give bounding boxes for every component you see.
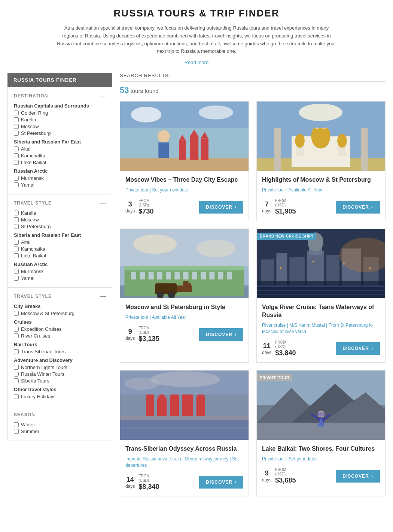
checkbox-input[interactable] bbox=[14, 124, 19, 129]
checkbox-item[interactable]: Yamal bbox=[14, 275, 106, 281]
collapse-icon[interactable]: — bbox=[100, 93, 106, 99]
checkbox-input[interactable] bbox=[14, 311, 19, 316]
tour-days: 11 days bbox=[262, 342, 271, 355]
read-more-link[interactable]: Read more bbox=[185, 60, 208, 65]
sidebar: RUSSIA TOURS FINDER DESTINATION — Russia… bbox=[7, 73, 112, 496]
collapse-icon[interactable]: — bbox=[100, 200, 106, 206]
checkbox-input[interactable] bbox=[14, 211, 19, 215]
checkbox-item[interactable]: Russia Winter Tours bbox=[14, 371, 106, 377]
results-area: SEARCH RESULTS: 53 tours found Moscow Vi… bbox=[120, 73, 386, 496]
checkbox-item[interactable]: St Petersburg bbox=[14, 130, 106, 136]
checkbox-label: Murmansk bbox=[21, 175, 44, 181]
checkbox-item[interactable]: Summer bbox=[14, 429, 106, 434]
checkbox-input[interactable] bbox=[14, 349, 19, 354]
discover-label: DISCOVER bbox=[206, 332, 232, 337]
checkbox-item[interactable]: River Cruises bbox=[14, 333, 106, 339]
checkbox-input[interactable] bbox=[14, 217, 19, 222]
section-title: TRAVEL STYLE bbox=[14, 200, 52, 206]
tour-title: Moscow Vibes – Three Day City Escape bbox=[125, 176, 243, 184]
checkbox-input[interactable] bbox=[14, 160, 19, 165]
checkbox-item[interactable]: Siberia Tours bbox=[14, 378, 106, 384]
checkbox-item[interactable]: Kamchatka bbox=[14, 153, 106, 158]
checkbox-item[interactable]: Murmansk bbox=[14, 175, 106, 181]
tours-count: 53 bbox=[120, 85, 129, 95]
svg-rect-65 bbox=[257, 290, 385, 291]
svg-point-89 bbox=[150, 371, 220, 387]
checkbox-item[interactable]: Northern Lights Tours bbox=[14, 365, 106, 370]
checkbox-input[interactable] bbox=[14, 394, 19, 399]
tour-days: 9 days bbox=[125, 328, 135, 341]
tour-price: $8,340 bbox=[138, 483, 159, 491]
checkbox-input[interactable] bbox=[14, 327, 19, 332]
tour-image bbox=[120, 229, 249, 298]
checkbox-input[interactable] bbox=[14, 422, 19, 427]
checkbox-input[interactable] bbox=[14, 111, 19, 115]
checkbox-item[interactable]: Lake Baikal bbox=[14, 253, 106, 259]
checkbox-input[interactable] bbox=[14, 176, 19, 181]
group-label: Siberia and Russian Far East bbox=[14, 232, 106, 238]
checkbox-input[interactable] bbox=[14, 131, 19, 136]
svg-rect-39 bbox=[201, 272, 206, 279]
checkbox-item[interactable]: Trans Siberian Tours bbox=[14, 349, 106, 354]
tour-days-num: 9 bbox=[128, 328, 132, 336]
tour-price: $3,840 bbox=[275, 349, 296, 357]
checkbox-label: Moscow bbox=[21, 124, 39, 129]
checkbox-input[interactable] bbox=[14, 365, 19, 370]
checkbox-item[interactable]: Karelia bbox=[14, 210, 106, 216]
checkbox-input[interactable] bbox=[14, 240, 19, 245]
checkbox-item[interactable]: Altai bbox=[14, 239, 106, 245]
group-label: Siberia and Russian Far East bbox=[14, 139, 106, 145]
tour-image: BRAND NEW CRUISE SHIP! bbox=[257, 229, 385, 298]
checkbox-label: Siberia Tours bbox=[21, 378, 49, 384]
checkbox-item[interactable]: Kamchatka bbox=[14, 246, 106, 252]
checkbox-input[interactable] bbox=[14, 247, 19, 251]
section-title: TRAVEL STYLE bbox=[14, 294, 52, 299]
checkbox-input[interactable] bbox=[14, 269, 19, 274]
checkbox-item[interactable]: Yamal bbox=[14, 182, 106, 188]
checkbox-input[interactable] bbox=[14, 276, 19, 281]
checkbox-label: Lake Baikal bbox=[21, 253, 46, 259]
checkbox-item[interactable]: Moscow bbox=[14, 217, 106, 223]
discover-button[interactable]: DISCOVER › bbox=[336, 470, 380, 483]
collapse-icon[interactable]: — bbox=[100, 293, 106, 300]
checkbox-input[interactable] bbox=[14, 429, 19, 434]
svg-rect-33 bbox=[149, 272, 154, 279]
checkbox-input[interactable] bbox=[14, 253, 19, 258]
tour-days-label: days bbox=[262, 477, 271, 483]
discover-button[interactable]: DISCOVER › bbox=[336, 342, 380, 355]
checkbox-input[interactable] bbox=[14, 333, 19, 338]
checkbox-item[interactable]: Karelia bbox=[14, 117, 106, 123]
checkbox-item[interactable]: Winter bbox=[14, 422, 106, 427]
checkbox-item[interactable]: Luxury Holidays bbox=[14, 394, 106, 399]
checkbox-input[interactable] bbox=[14, 378, 19, 383]
discover-button[interactable]: DISCOVER › bbox=[199, 328, 243, 341]
svg-rect-63 bbox=[257, 281, 385, 298]
checkbox-label: Yamal bbox=[21, 182, 34, 188]
tour-price: $3,685 bbox=[275, 477, 296, 485]
tour-image bbox=[120, 102, 249, 171]
tour-title: Lake Baikal: Two Shores, Four Cultures bbox=[262, 445, 380, 453]
checkbox-item[interactable]: Moscow bbox=[14, 124, 106, 129]
checkbox-input[interactable] bbox=[14, 224, 19, 229]
checkbox-input[interactable] bbox=[14, 146, 19, 151]
discover-button[interactable]: DISCOVER › bbox=[199, 476, 243, 489]
tour-price-block: FROM (USD) $730 bbox=[138, 199, 153, 216]
checkbox-item[interactable]: St Petersburg bbox=[14, 224, 106, 229]
checkbox-input[interactable] bbox=[14, 153, 19, 158]
tour-price-block: FROM (USD) $3,840 bbox=[275, 340, 296, 357]
checkbox-input[interactable] bbox=[14, 117, 19, 122]
checkbox-item[interactable]: Golden Ring bbox=[14, 110, 106, 116]
discover-button[interactable]: DISCOVER › bbox=[336, 201, 380, 214]
discover-button[interactable]: DISCOVER › bbox=[199, 201, 243, 214]
checkbox-item[interactable]: Murmansk bbox=[14, 269, 106, 274]
checkbox-item[interactable]: Altai bbox=[14, 146, 106, 152]
collapse-icon[interactable]: — bbox=[100, 411, 106, 418]
checkbox-input[interactable] bbox=[14, 372, 19, 377]
checkbox-input[interactable] bbox=[14, 182, 19, 187]
tour-days-num: 3 bbox=[128, 200, 132, 208]
checkbox-item[interactable]: Moscow & St Petersburg bbox=[14, 311, 106, 316]
checkbox-item[interactable]: Expedition Cruises bbox=[14, 326, 106, 332]
tour-days: 9 days bbox=[262, 469, 271, 483]
checkbox-label: Russia Winter Tours bbox=[21, 371, 64, 377]
checkbox-item[interactable]: Lake Baikal bbox=[14, 160, 106, 165]
